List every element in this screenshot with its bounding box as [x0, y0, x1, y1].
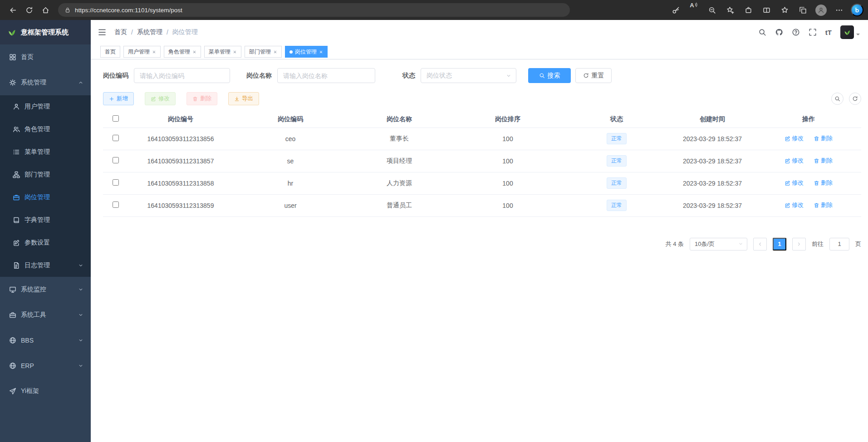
refresh-table-icon[interactable]: [849, 93, 861, 105]
prev-page-button[interactable]: [753, 238, 767, 250]
row-edit-link[interactable]: 修改: [785, 134, 804, 142]
help-icon[interactable]: [792, 28, 800, 36]
add-button[interactable]: 新增: [103, 92, 134, 105]
breadcrumb: 首页 / 系统管理 / 岗位管理: [114, 28, 198, 36]
page-size-select[interactable]: 10条/页: [690, 238, 747, 250]
browser-home-button[interactable]: [37, 2, 54, 18]
tags-view-bar: 首页 用户管理 角色管理 菜单管理 部门管理 岗位管理: [91, 44, 868, 59]
status-badge: 正常: [607, 177, 627, 189]
close-icon[interactable]: [233, 50, 237, 54]
sidebar-item-bbs[interactable]: BBS: [0, 328, 91, 353]
zoom-icon[interactable]: [704, 2, 720, 18]
password-key-icon[interactable]: [667, 2, 684, 18]
sidebar-item-erp[interactable]: ERP: [0, 353, 91, 378]
row-delete-link[interactable]: 删除: [814, 179, 833, 187]
fullscreen-icon[interactable]: [809, 28, 817, 36]
sidebar-item-parameter-settings[interactable]: 参数设置: [0, 231, 91, 254]
sidebar-item-dictionary-management[interactable]: 字典管理: [0, 209, 91, 231]
chevron-down-icon: [78, 312, 83, 318]
header-actions: tT: [758, 25, 860, 39]
goto-page-input[interactable]: [829, 238, 849, 250]
sidebar-item-log-management[interactable]: 日志管理: [0, 254, 91, 277]
book-icon: [13, 216, 20, 224]
tab-department-management[interactable]: 部门管理: [245, 46, 282, 58]
toggle-search-icon[interactable]: [831, 93, 843, 105]
post-name-input[interactable]: [277, 68, 375, 83]
sidebar-item-system-monitoring[interactable]: 系统监控: [0, 277, 91, 302]
sidebar-item-role-management[interactable]: 角色管理: [0, 118, 91, 141]
column-actions: 操作: [756, 111, 861, 128]
row-checkbox[interactable]: [113, 201, 119, 208]
sidebar-collapse-icon[interactable]: [98, 28, 107, 37]
sidebar-item-system-tools[interactable]: 系统工具: [0, 302, 91, 328]
page-unit-label: 页: [855, 240, 861, 248]
edit-icon: [785, 180, 790, 186]
user-avatar-menu[interactable]: [840, 25, 860, 39]
browser-toolbar-actions: A: [667, 2, 863, 18]
github-icon[interactable]: [775, 28, 783, 36]
sidebar-item-department-management[interactable]: 部门管理: [0, 163, 91, 186]
sidebar-item-home[interactable]: 首页: [0, 44, 91, 70]
header-search-icon[interactable]: [758, 28, 766, 36]
monitor-icon: [9, 286, 16, 293]
delete-button[interactable]: 删除: [186, 92, 217, 105]
row-delete-link[interactable]: 删除: [814, 201, 833, 209]
search-button[interactable]: 搜索: [528, 68, 571, 83]
next-page-button[interactable]: [792, 238, 806, 250]
close-icon[interactable]: [152, 50, 156, 54]
row-edit-link[interactable]: 修改: [785, 157, 804, 165]
sidebar-item-post-management[interactable]: 岗位管理: [0, 186, 91, 209]
page-number-1[interactable]: 1: [773, 238, 786, 250]
close-icon[interactable]: [192, 50, 196, 54]
add-favorite-icon[interactable]: [722, 2, 738, 18]
address-bar[interactable]: https://ccnetcore.com:1101/system/post: [58, 3, 570, 17]
browser-refresh-button[interactable]: [21, 2, 37, 18]
extensions-icon[interactable]: [740, 2, 756, 18]
row-delete-link[interactable]: 删除: [814, 134, 833, 142]
tab-user-management[interactable]: 用户管理: [123, 46, 161, 58]
site-lock-icon: [64, 7, 71, 13]
post-code-input[interactable]: [134, 68, 230, 83]
status-select[interactable]: 岗位状态: [421, 68, 516, 83]
breadcrumb-home[interactable]: 首页: [114, 28, 127, 36]
collections-icon[interactable]: [794, 2, 811, 18]
read-aloud-icon[interactable]: A: [686, 2, 702, 18]
tab-post-management[interactable]: 岗位管理: [285, 46, 328, 58]
goto-label: 前往: [812, 240, 824, 248]
export-button[interactable]: 导出: [228, 92, 259, 105]
row-checkbox[interactable]: [113, 135, 119, 141]
tab-role-management[interactable]: 角色管理: [164, 46, 201, 58]
sidebar-item-system-management[interactable]: 系统管理: [0, 70, 91, 95]
sidebar-item-user-management[interactable]: 用户管理: [0, 95, 91, 118]
edit-button[interactable]: 修改: [145, 92, 176, 105]
row-checkbox[interactable]: [113, 157, 119, 163]
browser-menu-icon[interactable]: [831, 2, 847, 18]
breadcrumb-system-management[interactable]: 系统管理: [137, 28, 162, 36]
chevron-down-icon: [738, 241, 743, 246]
close-icon[interactable]: [273, 50, 277, 54]
bing-copilot-icon[interactable]: [851, 4, 863, 16]
browser-profile-avatar[interactable]: [813, 2, 829, 18]
close-icon[interactable]: [319, 50, 323, 54]
reset-button[interactable]: 重置: [575, 68, 612, 83]
browser-back-button[interactable]: [5, 2, 21, 18]
select-all-checkbox[interactable]: [113, 115, 119, 122]
sidebar-menu: 首页 系统管理 用户管理 角色管理 菜单管理: [0, 44, 91, 404]
row-delete-link[interactable]: 删除: [814, 157, 833, 165]
split-screen-icon[interactable]: [758, 2, 775, 18]
table-row: 1641030593112313858 hr 人力资源 100 正常 2023-…: [103, 172, 861, 194]
sidebar-item-menu-management[interactable]: 菜单管理: [0, 141, 91, 163]
favorites-icon[interactable]: [776, 2, 793, 18]
column-post-name: 岗位名称: [348, 111, 451, 128]
tab-menu-management[interactable]: 菜单管理: [204, 46, 241, 58]
sidebar-item-yi-framework[interactable]: Yi框架: [0, 378, 91, 404]
font-size-icon[interactable]: tT: [825, 29, 832, 36]
refresh-icon: [583, 73, 589, 79]
row-edit-link[interactable]: 修改: [785, 201, 804, 209]
url-text[interactable]: https://ccnetcore.com:1101/system/post: [75, 7, 182, 14]
tab-home[interactable]: 首页: [100, 46, 120, 58]
table-row: 1641030593112313859 user 普通员工 100 正常 202…: [103, 194, 861, 216]
row-checkbox[interactable]: [113, 179, 119, 186]
chevron-up-icon: [78, 80, 83, 85]
row-edit-link[interactable]: 修改: [785, 179, 804, 187]
